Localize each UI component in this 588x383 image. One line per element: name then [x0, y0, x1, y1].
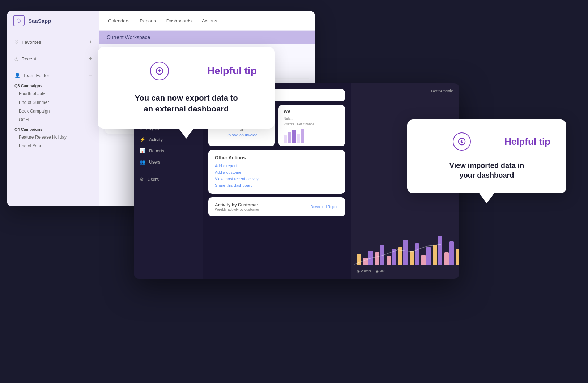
other-action-add-customer[interactable]: Add a customer	[215, 169, 338, 176]
other-action-view-activity[interactable]: View most recent activity	[215, 176, 338, 182]
users-icon: 👥	[140, 159, 145, 165]
workspace-header: Current Workspace	[99, 31, 315, 44]
activity-sub-label: Weekly activity by customer	[215, 207, 259, 211]
sidebar-item-book-campaign[interactable]: Book Campaign	[12, 107, 95, 115]
tip1-body: You can now export data to an external d…	[116, 93, 257, 114]
top-nav-bar: ⬡ SaaSapp Calendars Reports Dashboards A…	[7, 11, 315, 31]
helpful-tip-balloon-2: Helpful tip View imported data in your d…	[407, 119, 566, 193]
activity-by-customer-title: Activity by Customer	[215, 202, 259, 207]
net-change-label: Net Change	[297, 122, 314, 126]
sidebar-recent-label: Recent	[21, 56, 36, 62]
sidebar-favorites-item[interactable]: ♡ Favorites +	[12, 37, 95, 47]
app-name-label: SaaSapp	[28, 18, 51, 24]
sidebar-team-section: 👤 Team Folder − Q3 Campaigns Fourth of J…	[12, 70, 95, 150]
sidebar-item-ooh[interactable]: OOH	[12, 115, 95, 124]
tip2-body: View imported data in your dashboard	[423, 161, 550, 180]
tip1-up-arrow-icon	[150, 62, 169, 80]
favorites-add-icon[interactable]: +	[89, 39, 92, 45]
sidebar-recent-section: ◷ Recent +	[12, 53, 95, 64]
sidebar-item-feature-release[interactable]: Feature Release Holiday	[12, 133, 95, 142]
sidebar-item-fourth-of-july[interactable]: Fourth of July	[12, 89, 95, 98]
nav-calendars[interactable]: Calendars	[108, 18, 129, 24]
sidebar-team-label: Team Folder	[23, 73, 49, 78]
bar-group-10	[456, 232, 459, 265]
bar-orange-10	[456, 249, 459, 265]
sidebar-recent-item[interactable]: ◷ Recent +	[12, 53, 95, 64]
team-collapse-icon[interactable]: −	[89, 72, 92, 79]
tip2-down-arrow-icon	[453, 132, 471, 151]
chart-legend-visitors: ◉ Visitors	[357, 269, 371, 273]
customer-name-label: Nuk...	[284, 117, 340, 121]
recent-add-icon[interactable]: +	[89, 55, 92, 62]
tip1-title: Helpful tip	[207, 65, 257, 77]
chart-line-svg	[351, 239, 452, 268]
settings-icon: ⚙	[140, 177, 144, 182]
visitors-label: Visitors	[284, 122, 294, 126]
clock-icon: ◷	[14, 56, 18, 62]
reports-icon: 📊	[140, 148, 145, 153]
sidebar-team-item[interactable]: 👤 Team Folder −	[12, 70, 95, 81]
sidebar-divider	[140, 171, 197, 171]
tip2-title-label: Helpful tip	[504, 136, 550, 147]
activity-icon: ⚡	[140, 137, 145, 142]
sidebar-header: ⬡ SaaSapp	[7, 11, 99, 31]
chart-period-label: Last 24 months	[357, 89, 453, 93]
helpful-tip-balloon-1: Helpful tip You can now export data to a…	[98, 47, 275, 129]
chart-legend-net: ◉ Net	[376, 269, 385, 273]
q4-campaigns-label: Q4 Campaigns	[12, 124, 95, 133]
win2-we-card: We Nuk... Visitors Net Change	[278, 105, 345, 146]
heart-icon: ♡	[14, 39, 19, 45]
win2-sidebar-settings[interactable]: ⚙ Users	[134, 174, 203, 185]
win2-other-actions-card: Other Actions Add a report Add a custome…	[208, 150, 345, 194]
team-icon: 👤	[14, 73, 20, 78]
sidebar-favorites-section: ♡ Favorites +	[12, 37, 95, 47]
other-actions-title: Other Actions	[215, 155, 338, 160]
upload-invoice-link[interactable]: Upload an Invoice	[213, 133, 270, 137]
q3-campaigns-label: Q3 Campaigns	[12, 81, 95, 89]
nav-reports[interactable]: Reports	[140, 18, 156, 24]
other-action-share-dashboard[interactable]: Share this dashboard	[215, 182, 338, 189]
sidebar-favorites-label: Favorites	[22, 39, 41, 45]
nav-actions[interactable]: Actions	[202, 18, 217, 24]
download-report-link[interactable]: Download Report	[311, 205, 338, 209]
other-action-add-report[interactable]: Add a report	[215, 163, 338, 169]
win2-activity-section: Activity by Customer Weekly activity by …	[208, 197, 345, 216]
we-title: We	[284, 109, 340, 114]
sidebar-item-end-of-summer[interactable]: End of Summer	[12, 98, 95, 107]
win2-sidebar-reports[interactable]: 📊 Reports	[134, 145, 203, 156]
sidebar: ♡ Favorites + ◷ Recent +	[7, 31, 99, 206]
sidebar-item-end-of-year[interactable]: End of Year	[12, 142, 95, 150]
win2-sidebar-users[interactable]: 👥 Users	[134, 156, 203, 168]
nav-items-container: Calendars Reports Dashboards Actions	[99, 11, 226, 30]
nav-dashboards[interactable]: Dashboards	[166, 18, 192, 24]
app-logo-icon: ⬡	[13, 15, 25, 26]
